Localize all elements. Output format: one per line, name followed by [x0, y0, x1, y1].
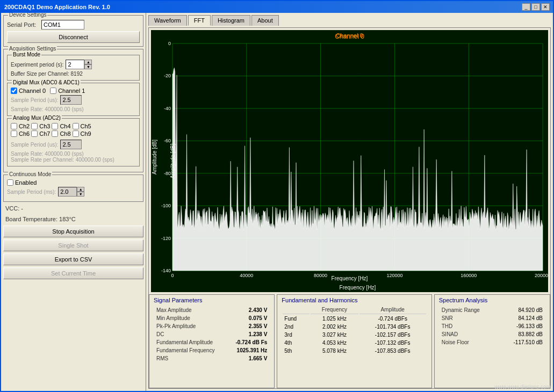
minimize-button[interactable]: _ — [522, 3, 530, 11]
table-row: 2nd2.002 kHz-101.734 dBFs — [283, 323, 426, 330]
ch4-checkbox[interactable] — [52, 123, 58, 129]
window-controls: _ □ ✕ — [522, 3, 550, 11]
exp-period-down[interactable]: ▼ — [84, 64, 92, 69]
main-window: 200CDAQ1 Demo Application Rev. 1.0 _ □ ✕… — [0, 0, 554, 392]
ch6-row: Ch6 — [11, 130, 30, 137]
ch4-row: Ch4 — [52, 123, 70, 129]
table-row: Pk-Pk Amplitude2.355 V — [155, 323, 269, 330]
param-value: 1025.391 Hz — [228, 347, 269, 354]
harmonic-label: 4th — [283, 339, 310, 346]
param-value: 0.075 V — [228, 315, 269, 322]
serial-port-input[interactable] — [41, 20, 84, 30]
ch7-label: Ch7 — [39, 130, 50, 137]
table-row: SNR84.124 dB — [440, 315, 544, 322]
analog-sample-rate-label: Sample Rate: 400000.00 (sps) — [11, 151, 136, 157]
continuous-mode-title: Continuous Mode — [8, 171, 52, 177]
fundamentals-box: Fundamental and Harmonics Frequency Ampl… — [277, 294, 431, 388]
fundamentals-table: Frequency Amplitude Fund1.025 kHz-0.724 … — [282, 306, 427, 355]
channel1-checkbox[interactable] — [50, 88, 56, 94]
close-button[interactable]: ✕ — [541, 3, 550, 11]
spectrum-label: SINAD — [440, 331, 498, 338]
buffer-size-label: Buffer Size per Channel: 8192 — [11, 71, 136, 77]
param-label: Fundamental Amplitude — [155, 339, 227, 346]
enabled-checkbox[interactable] — [7, 179, 13, 186]
ch3-checkbox[interactable] — [31, 123, 38, 129]
exp-period-spinbox: ▲ ▼ — [66, 60, 92, 69]
table-row: 4th4.053 kHz-107.132 dBFs — [283, 339, 426, 346]
tab-fft[interactable]: FFT — [188, 15, 211, 26]
spectrum-label: Dynamic Range — [440, 307, 498, 314]
set-current-time-button[interactable]: Set Current Time — [3, 267, 143, 279]
cont-sample-period-label: Sample Period (ms): — [7, 189, 56, 195]
spectrum-value: -96.133 dB — [499, 323, 544, 330]
fund-col-harmonic — [283, 307, 310, 314]
serial-port-label: Serial Port: — [7, 21, 39, 28]
fft-chart: Channel 0 Amplitude [dB] Frequency [Hz] — [151, 30, 548, 292]
single-shot-button[interactable]: Single Shot — [3, 239, 143, 251]
channel0-checkbox[interactable] — [11, 88, 17, 94]
fundamentals-title: Fundamental and Harmonics — [282, 297, 427, 303]
analog-sample-period-label: Sample Period (us): — [11, 142, 58, 148]
exp-period-up[interactable]: ▲ — [84, 60, 92, 64]
ch6-label: Ch6 — [19, 130, 30, 137]
table-row: Fund1.025 kHz-0.724 dBFs — [283, 315, 426, 322]
param-value: 1.665 V — [228, 355, 269, 362]
ch7-checkbox[interactable] — [31, 130, 38, 137]
spectrum-box: Spectrum Analysis Dynamic Range84.920 dB… — [434, 294, 550, 388]
ch8-checkbox[interactable] — [52, 130, 58, 137]
stats-row: Signal Parameters Max Amplitude2.430 VMi… — [149, 294, 550, 388]
enabled-checkbox-row: Enabled — [7, 179, 140, 186]
device-settings-title: Device Settings — [8, 13, 47, 18]
amplitude-value: -107.853 dBFs — [359, 347, 426, 354]
harmonic-label: 5th — [283, 347, 310, 354]
acquisition-settings-title: Acquisition Settings — [8, 46, 57, 52]
spectrum-value: 84.920 dB — [499, 307, 544, 314]
vcc-display: VCC: - — [3, 204, 143, 213]
exp-period-buttons: ▲ ▼ — [84, 60, 92, 69]
exp-period-label: Experiment period (s): — [11, 62, 63, 68]
burst-mode-title: Burst Mode — [12, 52, 41, 57]
spectrum-value: -117.510 dB — [499, 339, 544, 346]
ch2-checkbox[interactable] — [11, 123, 17, 129]
frequency-value: 5.078 kHz — [311, 347, 358, 354]
ch5-row: Ch5 — [73, 123, 91, 129]
frequency-value: 2.002 kHz — [311, 323, 358, 330]
device-settings-group: Device Settings Serial Port: Disconnect — [3, 15, 143, 47]
ch3-row: Ch3 — [31, 123, 50, 129]
ch2-label: Ch2 — [19, 123, 30, 129]
exp-period-input[interactable] — [66, 60, 84, 69]
tab-histogram[interactable]: Histogram — [212, 15, 250, 26]
harmonic-label: 2nd — [283, 323, 310, 330]
table-row: DC1.238 V — [155, 331, 269, 338]
tab-waveform[interactable]: Waveform — [148, 15, 187, 26]
y-axis-label: Amplitude [dB] — [170, 143, 176, 178]
amplitude-value: -0.724 dBFs — [359, 315, 426, 322]
ch2-row: Ch2 — [11, 123, 30, 129]
stop-acquisition-button[interactable]: Stop Acquisition — [3, 226, 143, 237]
ch5-label: Ch5 — [81, 123, 91, 129]
table-row: SINAD83.882 dB — [440, 331, 544, 338]
main-content: Device Settings Serial Port: Disconnect … — [1, 13, 553, 391]
table-row: Min Amplitude0.075 V — [155, 315, 269, 322]
left-panel: Device Settings Serial Port: Disconnect … — [1, 13, 146, 391]
maximize-button[interactable]: □ — [531, 3, 540, 11]
tab-bar: Waveform FFT Histogram About — [148, 15, 551, 25]
table-row: THD-96.133 dB — [440, 323, 544, 330]
ch6-checkbox[interactable] — [11, 130, 17, 137]
window-title: 200CDAQ1 Demo Application Rev. 1.0 — [4, 4, 110, 10]
analog-mux-group: Analog Mux (ADC2) Ch2 Ch3 Ch4 Ch5 Ch6 Ch… — [7, 118, 140, 166]
tab-about[interactable]: About — [251, 15, 279, 26]
right-panel: Waveform FFT Histogram About Channel 0 A… — [146, 13, 553, 391]
disconnect-button[interactable]: Disconnect — [7, 31, 140, 43]
channel0-label: Channel 0 — [19, 88, 46, 94]
amplitude-value: -101.734 dBFs — [359, 323, 426, 330]
table-row: Fundamental Amplitude-0.724 dB Fs — [155, 339, 269, 346]
ch5-checkbox[interactable] — [73, 123, 79, 129]
spectrum-label: Noise Floor — [440, 339, 498, 346]
spectrum-label: THD — [440, 323, 498, 330]
export-csv-button[interactable]: Export to CSV — [3, 253, 143, 265]
signal-params-box: Signal Parameters Max Amplitude2.430 VMi… — [149, 294, 275, 388]
ch9-checkbox[interactable] — [73, 130, 79, 137]
tab-content: Channel 0 Amplitude [dB] Frequency [Hz] … — [148, 27, 551, 389]
fund-col-amplitude: Amplitude — [359, 307, 426, 314]
